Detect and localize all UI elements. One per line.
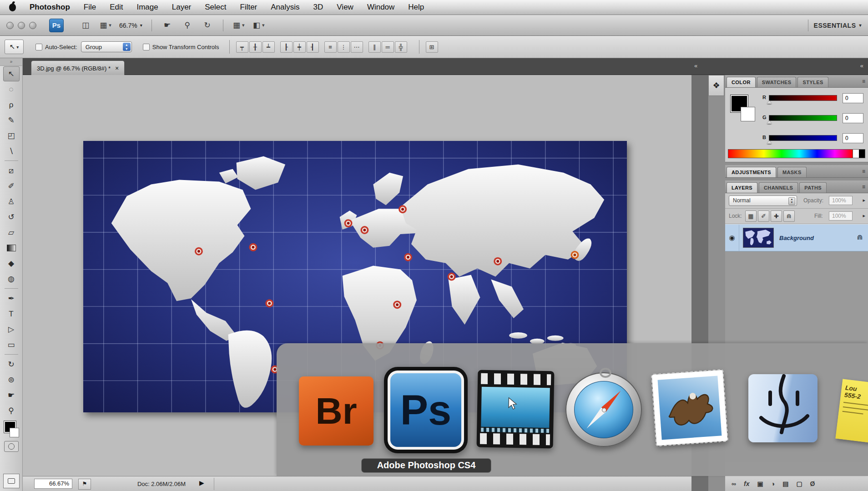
tab-masks[interactable]: MASKS: [777, 167, 807, 177]
lock-pixels-button[interactable]: ✐: [758, 210, 769, 222]
brush-tool[interactable]: ✐: [3, 179, 20, 194]
delete-layer-icon[interactable]: Ø: [810, 480, 815, 487]
zoom-tool[interactable]: ⚲: [3, 403, 20, 418]
photoshop-dock-icon[interactable]: Ps: [384, 367, 468, 453]
green-slider-knob[interactable]: [767, 120, 772, 124]
link-layers-icon[interactable]: ∞: [732, 480, 736, 487]
finder-dock-icon[interactable]: [748, 374, 818, 442]
zoom-level-select[interactable]: 66.7% ▾: [116, 22, 146, 29]
apple-logo-icon[interactable]: [9, 4, 16, 11]
3d-orbit-tool[interactable]: ⊚: [3, 372, 20, 387]
menu-item-edit[interactable]: Edit: [110, 3, 123, 12]
marquee-tool[interactable]: ◌: [3, 82, 20, 97]
quick-select-tool[interactable]: ✎: [3, 113, 20, 128]
tool-preset-picker[interactable]: ↖ ▾: [5, 40, 24, 54]
close-icon[interactable]: ×: [115, 65, 119, 72]
layer-mask-icon[interactable]: ▣: [757, 480, 763, 487]
collapsed-3d-panel-button[interactable]: ❖: [708, 75, 724, 96]
auto-select-checkbox[interactable]: [35, 44, 42, 50]
toolbox-collapse-chevrons[interactable]: »: [0, 58, 22, 66]
window-zoom-button[interactable]: [29, 22, 36, 29]
zoom-tool-button[interactable]: ⚲: [177, 19, 197, 32]
menu-item-select[interactable]: Select: [205, 3, 226, 12]
auto-select-group-select[interactable]: Group ▲▼: [81, 41, 132, 52]
window-close-button[interactable]: [6, 22, 14, 29]
distribute-top-button[interactable]: ≡: [324, 41, 337, 53]
type-tool[interactable]: T: [3, 306, 20, 321]
tab-color[interactable]: COLOR: [727, 77, 756, 87]
3d-rotate-tool[interactable]: ↻: [3, 357, 20, 372]
rotate-view-button[interactable]: ↻: [197, 19, 217, 32]
color-swatches[interactable]: [3, 421, 20, 437]
status-zoom-field[interactable]: 66.67%: [34, 479, 72, 489]
menu-item-help[interactable]: Help: [408, 3, 424, 12]
screen-mode-toggle-button[interactable]: [3, 474, 20, 488]
distribute-vcenter-button[interactable]: ⋮: [338, 41, 350, 53]
panel-menu-icon[interactable]: ≡: [862, 184, 865, 190]
align-bottom-button[interactable]: ┷: [262, 41, 275, 53]
layer-visibility-toggle[interactable]: ◉: [725, 225, 739, 251]
hand-tool[interactable]: ☛: [3, 388, 20, 403]
fill-arrow-icon[interactable]: ▸: [863, 213, 865, 219]
blue-slider-track[interactable]: [769, 135, 837, 141]
background-color-swatch[interactable]: [10, 428, 19, 437]
panel-menu-icon[interactable]: ≡: [862, 78, 865, 85]
window-minimize-button[interactable]: [18, 22, 25, 29]
window-controls[interactable]: [6, 22, 36, 29]
panel-menu-icon[interactable]: ≡: [862, 168, 865, 175]
color-spectrum-bar[interactable]: [728, 149, 865, 158]
hand-tool-button[interactable]: ☛: [157, 19, 177, 32]
panel-strip-collapse-icon[interactable]: «: [694, 62, 697, 69]
move-tool[interactable]: ↖: [3, 66, 20, 81]
workspace-switcher[interactable]: ESSENTIALS ▾: [814, 22, 862, 29]
healing-brush-tool[interactable]: ⧄: [3, 163, 20, 178]
fill-field[interactable]: 100%: [829, 211, 853, 220]
tab-styles[interactable]: STYLES: [797, 77, 828, 87]
eyedropper-tool[interactable]: ∖: [3, 144, 20, 159]
align-top-button[interactable]: ┯: [236, 41, 248, 53]
spectrum-black-swatch[interactable]: [859, 150, 865, 158]
layer-row-background[interactable]: ◉ Background ⋒: [725, 224, 868, 251]
sticky-note-widget[interactable]: Lou 555-2: [835, 379, 868, 444]
opacity-field[interactable]: 100%: [829, 196, 853, 205]
menu-item-image[interactable]: Image: [136, 3, 158, 12]
arrange-documents-button[interactable]: ▦ ▾: [229, 19, 249, 32]
red-slider-track[interactable]: [769, 95, 837, 101]
new-group-icon[interactable]: ▤: [782, 480, 788, 487]
screen-mode-button[interactable]: ◧ ▾: [249, 19, 269, 32]
distribute-hcenter-button[interactable]: ═: [382, 41, 394, 53]
lock-transparency-button[interactable]: ▦: [745, 210, 757, 222]
align-right-button[interactable]: ┨: [307, 41, 319, 53]
align-left-button[interactable]: ┠: [280, 41, 293, 53]
menu-item-filter[interactable]: Filter: [240, 3, 257, 12]
red-value-field[interactable]: 0: [843, 93, 863, 103]
adjustment-layer-icon[interactable]: ◑: [771, 480, 775, 487]
blue-value-field[interactable]: 0: [843, 133, 863, 143]
auto-align-layers-button[interactable]: ⊞: [426, 41, 438, 53]
menu-item-layer[interactable]: Layer: [172, 3, 192, 12]
view-extras-button[interactable]: ▦ ▾: [96, 19, 116, 32]
tab-adjustments[interactable]: ADJUSTMENTS: [727, 167, 776, 177]
background-color-swatch[interactable]: [741, 107, 755, 121]
menu-item-file[interactable]: File: [84, 3, 96, 12]
lock-all-button[interactable]: ⋒: [783, 210, 795, 222]
blend-mode-select[interactable]: Normal ▲▼: [729, 195, 797, 206]
bridge-dock-icon[interactable]: Br: [299, 376, 373, 446]
menu-item-photoshop[interactable]: Photoshop: [30, 3, 70, 12]
green-value-field[interactable]: 0: [843, 113, 863, 123]
crop-tool[interactable]: ◰: [3, 128, 20, 143]
tab-layers[interactable]: LAYERS: [727, 182, 757, 193]
safari-dock-icon[interactable]: [565, 372, 642, 447]
distribute-left-button[interactable]: ∥: [368, 41, 381, 53]
pen-tool[interactable]: ✒: [3, 291, 20, 306]
quick-mask-button[interactable]: [4, 441, 19, 452]
launch-bridge-button[interactable]: ◫: [76, 19, 96, 32]
lock-position-button[interactable]: ✚: [771, 210, 782, 222]
sponge-tool[interactable]: ◍: [3, 271, 20, 286]
spectrum-white-swatch[interactable]: [853, 150, 859, 158]
layer-style-icon[interactable]: fx: [744, 480, 749, 487]
gradient-tool[interactable]: [3, 240, 20, 256]
mail-dock-icon[interactable]: [652, 370, 728, 446]
new-layer-icon[interactable]: ▢: [796, 480, 802, 487]
path-select-tool[interactable]: ▷: [3, 322, 20, 337]
